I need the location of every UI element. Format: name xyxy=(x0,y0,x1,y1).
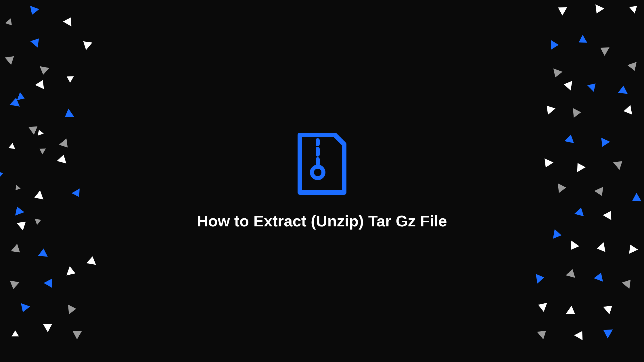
center-column: How to Extract (Unzip) Tar Gz File xyxy=(0,0,644,362)
svg-point-3 xyxy=(312,167,323,178)
hero-banner: How to Extract (Unzip) Tar Gz File xyxy=(0,0,644,362)
page-title: How to Extract (Unzip) Tar Gz File xyxy=(197,212,447,230)
zip-file-icon xyxy=(295,132,349,195)
